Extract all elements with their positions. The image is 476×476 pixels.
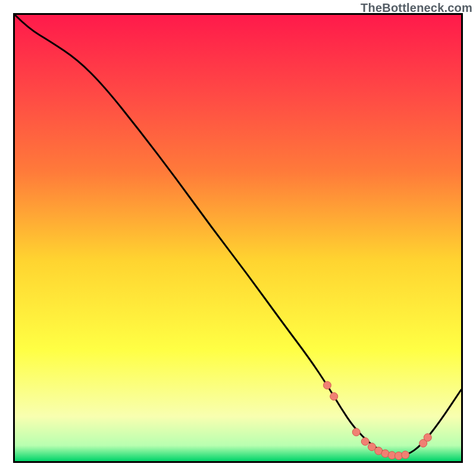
highlight-dots [15, 15, 461, 461]
watermark-label: TheBottleneck.com [361, 1, 472, 15]
chart-frame: TheBottleneck.com [0, 0, 476, 476]
plot-area [13, 13, 463, 463]
